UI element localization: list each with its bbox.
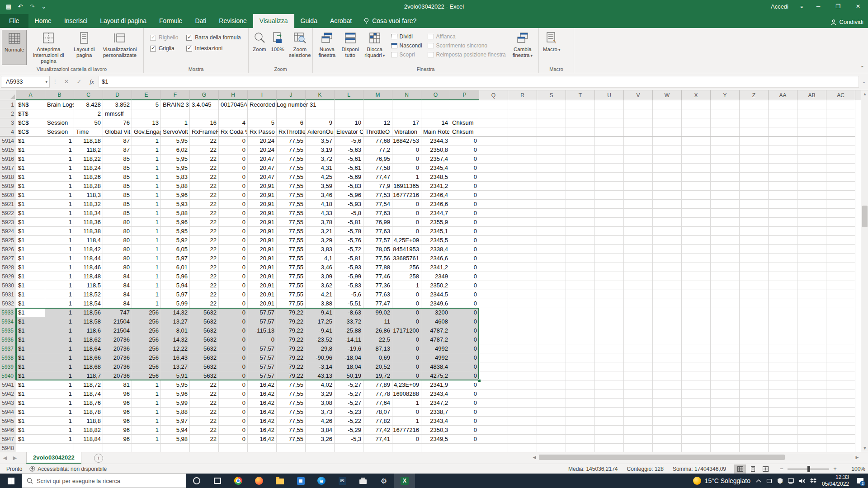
cell[interactable] bbox=[624, 435, 653, 444]
printer-taskbar-button[interactable] bbox=[353, 474, 373, 488]
cell[interactable]: 0 bbox=[219, 173, 248, 182]
cell[interactable] bbox=[711, 100, 740, 109]
cell[interactable]: 1 bbox=[45, 281, 74, 290]
cell[interactable]: Elevator C bbox=[335, 127, 363, 136]
cell[interactable]: 118,28 bbox=[74, 182, 103, 191]
cell[interactable]: $1 bbox=[16, 308, 45, 317]
cell[interactable]: 16911365 bbox=[392, 182, 421, 191]
cell[interactable]: 16908288 bbox=[392, 389, 421, 399]
volume-icon[interactable] bbox=[799, 478, 806, 484]
cell[interactable]: 1 bbox=[45, 145, 74, 155]
cell[interactable] bbox=[711, 182, 740, 191]
cell[interactable]: 118,52 bbox=[74, 290, 103, 299]
taskbar-clock[interactable]: 12:33 05/04/2022 bbox=[822, 474, 849, 488]
cell[interactable]: -5,81 bbox=[335, 254, 363, 263]
formula-bar-checkbox[interactable]: Barra della formula bbox=[186, 34, 241, 41]
cell[interactable] bbox=[682, 444, 711, 452]
cell[interactable] bbox=[508, 263, 537, 272]
row-header[interactable]: 5944 bbox=[0, 408, 16, 417]
cell[interactable]: 87 bbox=[103, 145, 132, 155]
cell[interactable]: 0 bbox=[392, 435, 421, 444]
cell[interactable] bbox=[508, 236, 537, 245]
cell[interactable]: 13,27 bbox=[161, 317, 190, 326]
enter-icon[interactable]: ✓ bbox=[73, 78, 85, 85]
cell[interactable] bbox=[45, 109, 74, 118]
cell[interactable] bbox=[653, 272, 682, 281]
cell[interactable]: 0 bbox=[219, 182, 248, 191]
row-header[interactable]: 2 bbox=[0, 109, 16, 118]
cell[interactable]: 57,57 bbox=[248, 308, 277, 317]
cell[interactable]: 0 bbox=[450, 164, 479, 173]
cell[interactable]: 0 bbox=[450, 218, 479, 227]
save-icon[interactable]: ▤ bbox=[4, 3, 14, 10]
cell[interactable] bbox=[711, 444, 740, 452]
cell[interactable] bbox=[797, 227, 826, 236]
cell[interactable] bbox=[682, 245, 711, 254]
cell[interactable]: 0 bbox=[450, 191, 479, 200]
cell[interactable]: 1 bbox=[45, 290, 74, 299]
action-center-button[interactable]: 2 bbox=[854, 474, 866, 488]
cell[interactable] bbox=[740, 254, 769, 263]
cell[interactable] bbox=[624, 408, 653, 417]
cell[interactable] bbox=[537, 326, 566, 335]
cell[interactable]: 43,13 bbox=[306, 371, 335, 380]
cell[interactable] bbox=[797, 335, 826, 344]
cell[interactable] bbox=[682, 191, 711, 200]
cell[interactable]: 1 bbox=[132, 426, 161, 435]
cell[interactable]: 22 bbox=[190, 236, 219, 245]
cell[interactable]: -5,8 bbox=[335, 209, 363, 218]
new-sheet-button[interactable]: + bbox=[94, 454, 103, 463]
cell[interactable]: 0 bbox=[219, 254, 248, 263]
cell[interactable] bbox=[769, 317, 797, 326]
cell[interactable]: 118,54 bbox=[74, 299, 103, 308]
cell[interactable]: 2343,4 bbox=[421, 417, 450, 426]
cell[interactable]: $1 bbox=[16, 173, 45, 182]
cell[interactable] bbox=[508, 317, 537, 326]
cell[interactable] bbox=[740, 191, 769, 200]
cell[interactable]: 76,99 bbox=[363, 218, 392, 227]
cell[interactable]: 1 bbox=[45, 155, 74, 164]
cell[interactable]: 1 bbox=[45, 272, 74, 281]
cell[interactable] bbox=[508, 380, 537, 389]
cell[interactable]: 1 bbox=[132, 136, 161, 145]
cell[interactable] bbox=[624, 118, 653, 127]
column-header[interactable]: AC bbox=[826, 90, 855, 100]
cell[interactable]: 5632 bbox=[190, 353, 219, 362]
cell[interactable]: 77,78 bbox=[363, 389, 392, 399]
cell[interactable]: 50 bbox=[74, 118, 103, 127]
cell[interactable] bbox=[566, 335, 595, 344]
cell[interactable]: 22 bbox=[190, 299, 219, 308]
cell[interactable] bbox=[740, 136, 769, 145]
cell[interactable] bbox=[797, 200, 826, 209]
cell[interactable]: 0 bbox=[219, 399, 248, 408]
cell[interactable]: 57,57 bbox=[248, 317, 277, 326]
cell[interactable] bbox=[392, 109, 421, 118]
cell[interactable] bbox=[682, 173, 711, 182]
cell[interactable] bbox=[653, 236, 682, 245]
normal-view-toggle[interactable] bbox=[734, 465, 746, 474]
cell[interactable]: 5,88 bbox=[161, 182, 190, 191]
cell[interactable]: 10 bbox=[335, 118, 363, 127]
cell[interactable]: -23,52 bbox=[306, 335, 335, 344]
cell[interactable] bbox=[566, 209, 595, 218]
cell[interactable] bbox=[392, 444, 421, 452]
cell[interactable] bbox=[682, 408, 711, 417]
cell[interactable]: 77,89 bbox=[363, 380, 392, 389]
cell[interactable]: 79,22 bbox=[277, 317, 306, 326]
cell[interactable] bbox=[826, 127, 855, 136]
cell[interactable]: 20736 bbox=[103, 344, 132, 353]
cell[interactable] bbox=[740, 444, 769, 452]
cell[interactable]: $1 bbox=[16, 254, 45, 263]
cell[interactable] bbox=[711, 399, 740, 408]
cell[interactable] bbox=[479, 254, 508, 263]
cell[interactable]: 0 bbox=[392, 164, 421, 173]
cell[interactable]: 22 bbox=[190, 164, 219, 173]
cell[interactable]: $1 bbox=[16, 136, 45, 145]
cell[interactable]: 118,18 bbox=[74, 136, 103, 145]
cell[interactable]: 118,7 bbox=[74, 371, 103, 380]
cell[interactable]: 20,91 bbox=[248, 272, 277, 281]
cell[interactable]: 0 bbox=[392, 290, 421, 299]
cell[interactable]: 5,88 bbox=[161, 209, 190, 218]
cell[interactable]: $1 bbox=[16, 191, 45, 200]
cell[interactable]: 22 bbox=[190, 155, 219, 164]
